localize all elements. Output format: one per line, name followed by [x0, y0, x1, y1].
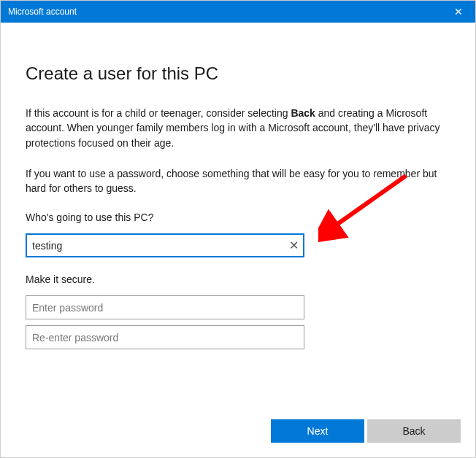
clear-icon[interactable]: ✕ [289, 240, 299, 252]
intro-text: If this account is for a child or teenag… [26, 107, 291, 119]
page-title: Create a user for this PC [26, 63, 450, 84]
intro-paragraph-2: If you want to use a password, choose so… [26, 166, 450, 196]
close-button[interactable]: ✕ [442, 1, 475, 23]
footer-buttons: Next Back [271, 419, 461, 443]
intro-paragraph-1: If this account is for a child or teenag… [26, 106, 450, 150]
username-label: Who's going to use this PC? [26, 211, 450, 223]
password-field-wrap [26, 295, 304, 319]
window-title: Microsoft account [8, 7, 77, 17]
password-confirm-input[interactable] [26, 325, 304, 349]
username-field-wrap: ✕ [26, 233, 304, 257]
back-button[interactable]: Back [367, 419, 461, 443]
titlebar: Microsoft account ✕ [1, 1, 475, 23]
password-confirm-field-wrap [26, 325, 304, 349]
password-input[interactable] [26, 295, 304, 319]
close-icon: ✕ [454, 6, 463, 18]
next-button[interactable]: Next [271, 419, 364, 443]
content-area: Create a user for this PC If this accoun… [1, 23, 475, 349]
intro-bold: Back [291, 107, 315, 119]
secure-label: Make it secure. [26, 273, 450, 285]
username-input[interactable] [26, 233, 304, 257]
